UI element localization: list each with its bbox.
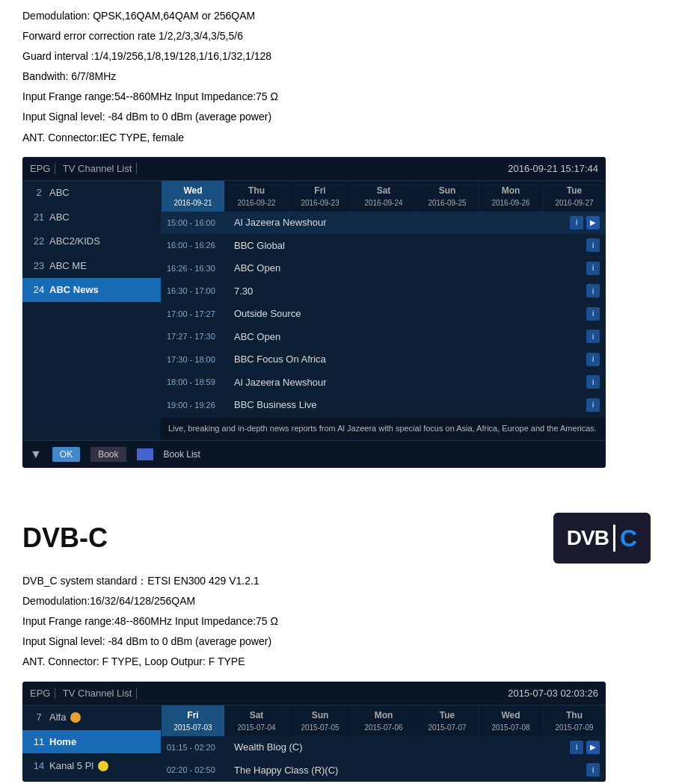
dvbc-spec-line1: DVB_C system standard：ETSI EN300 429 V1.… (22, 572, 651, 590)
spec-line7: ANT. Connector:IEC TYPE, female (22, 129, 651, 146)
channel-num: 22 (28, 234, 49, 249)
channel-item[interactable]: 22 ABC2/KIDS (22, 229, 161, 254)
program-name: BBC Business Live (234, 398, 582, 413)
schedule-row[interactable]: 02:20 - 02:50 The Happy Class (R)(C) i (161, 759, 606, 783)
day-name: Tue (417, 709, 477, 722)
day-cell[interactable]: Sun 2016-09-25 (415, 181, 479, 212)
day-cell[interactable]: Sat 2016-09-24 (351, 181, 415, 212)
dvbc-header: DVB-C DVB C (22, 513, 651, 564)
channel-num: 11 (28, 735, 49, 750)
day-date: 2015-07-09 (544, 722, 604, 733)
dvbc-logo-c-text: C (620, 520, 637, 556)
dvbc-logo-dvb-text: DVB (567, 522, 609, 554)
day-headers: Wed 2016-09-21Thu 2016-09-22Fri 2016-09-… (161, 181, 606, 212)
dvbc-spec-line4: Input Signal level: -84 dBm to 0 dBm (av… (22, 633, 651, 650)
channel-list: 2 ABC21 ABC22 ABC2/KIDS23 ABC ME24 ABC N… (22, 181, 161, 440)
info-icon: i (586, 330, 600, 343)
day-name: Sat (227, 709, 286, 722)
day-cell[interactable]: Sun 2015-07-05 (288, 706, 351, 736)
day-name: Sat (354, 184, 414, 197)
program-name: Al Jazeera Newshour (234, 215, 565, 230)
day-name: Mon (354, 709, 414, 722)
channel-item[interactable]: 21 ABC (22, 206, 161, 230)
epg-body: 2 ABC21 ABC22 ABC2/KIDS23 ABC ME24 ABC N… (22, 181, 606, 440)
day-name: Wed (163, 184, 223, 197)
description-bar: Live, breaking and in-depth news reports… (161, 417, 606, 440)
time-slot: 16:30 - 17:00 (167, 285, 234, 297)
program-name: ABC Open (234, 330, 582, 345)
schedule-row[interactable]: 15:00 - 16:00 Al Jazeera Newshour i▶ (161, 212, 606, 235)
day-date: 2016-09-26 (481, 197, 541, 209)
program-name: BBC Global (234, 238, 582, 253)
channel-num: 2 (28, 185, 49, 200)
day-cell[interactable]: Fri 2015-07-03 (161, 706, 224, 736)
day-cell[interactable]: Mon 2016-09-26 (479, 181, 542, 212)
schedule-row[interactable]: 16:30 - 17:00 7.30 i (161, 280, 606, 303)
channel-num: 21 (28, 210, 49, 225)
schedule-row[interactable]: 17:00 - 17:27 Outside Source i (161, 303, 606, 326)
schedule-row[interactable]: 16:26 - 16:30 ABC Open i (161, 257, 606, 280)
schedule-row[interactable]: 18:00 - 18:59 Al Jazeera Newshour i (161, 371, 606, 395)
schedule-rows-2: 01:15 - 02:20 Wealth Blog (C) i▶02:20 - … (161, 736, 606, 782)
day-cell[interactable]: Thu 2015-07-09 (542, 706, 606, 736)
schedule-row[interactable]: 01:15 - 02:20 Wealth Blog (C) i▶ (161, 736, 606, 759)
dvbc-logo: DVB C (553, 513, 651, 564)
day-name: Fri (290, 184, 350, 197)
day-cell[interactable]: Wed 2016-09-21 (161, 181, 224, 212)
day-cell[interactable]: Sat 2015-07-04 (224, 706, 288, 736)
channel-item[interactable]: 2 ABC (22, 181, 161, 206)
day-cell[interactable]: Thu 2016-09-22 (224, 181, 288, 212)
epg-datetime: 2016-09-21 15:17:44 (508, 161, 598, 176)
day-cell[interactable]: Tue 2016-09-27 (542, 181, 606, 212)
epg-screen-2: EPG TV Channel List 2015-07-03 02:03:26 … (22, 682, 606, 783)
info-icon: i (586, 763, 600, 777)
program-name: Outside Source (234, 306, 582, 321)
day-date: 2016-09-25 (417, 197, 477, 209)
schedule-row[interactable]: 17:30 - 18:00 BBC Focus On Africa i (161, 348, 606, 371)
day-cell[interactable]: Fri 2016-09-23 (288, 181, 351, 212)
channel-name: ABC2/KIDS (49, 234, 100, 249)
schedule-row[interactable]: 19:00 - 19:26 BBC Business Live i (161, 394, 606, 417)
day-cell[interactable]: Tue 2015-07-07 (415, 706, 479, 736)
channel-num: 23 (28, 259, 49, 274)
info-icon: i (586, 262, 600, 275)
day-date: 2016-09-22 (227, 197, 286, 209)
info-icon: i (570, 216, 583, 229)
channel-name: Kanal 5 Pl (49, 759, 93, 774)
dvbc-specs: DVB_C system standard：ETSI EN300 429 V1.… (22, 572, 651, 670)
channel-num: 24 (28, 283, 49, 297)
channel-item[interactable]: 11 Home (22, 730, 161, 755)
day-date: 2016-09-23 (290, 197, 350, 209)
info-icon: i (586, 238, 600, 252)
day-name: Sun (417, 184, 477, 197)
day-name: Thu (227, 184, 286, 197)
time-slot: 19:00 - 19:26 (167, 399, 234, 412)
schedule-row[interactable]: 17:27 - 17:30 ABC Open i (161, 326, 606, 349)
time-slot: 17:27 - 17:30 (167, 330, 234, 343)
day-date: 2015-07-04 (227, 722, 286, 733)
channel-item[interactable]: 7 Alfa (22, 706, 161, 730)
channel-item[interactable]: 14 Kanal 5 Pl (22, 754, 161, 779)
book-button[interactable]: Book (90, 447, 126, 462)
epg-title: EPG TV Channel List (30, 161, 141, 176)
epg2-body: 7 Alfa11 Home14 Kanal 5 Pl Fri 2015-07-0… (22, 706, 606, 782)
dvbc-spec-line2: Demodulation:16/32/64/128/256QAM (22, 593, 651, 610)
day-cell[interactable]: Mon 2015-07-06 (351, 706, 415, 736)
info-icon: i (586, 284, 600, 297)
dvbc-spec-line5: ANT. Connector: F TYPE, Loop Outpur: F T… (22, 653, 651, 670)
schedule-row[interactable]: 16:00 - 16:26 BBC Global i (161, 235, 606, 258)
day-name: Sun (290, 709, 350, 722)
channel-item[interactable]: 24 ABC News (22, 278, 161, 303)
epg-header: EPG TV Channel List 2016-09-21 15:17:44 (22, 157, 606, 182)
day-date: 2015-07-03 (163, 722, 223, 733)
program-name: ABC Open (234, 261, 582, 276)
time-slot: 16:26 - 16:30 (167, 262, 234, 275)
day-date: 2015-07-06 (354, 722, 414, 733)
channel-item[interactable]: 23 ABC ME (22, 254, 161, 279)
epg-screen-1: EPG TV Channel List 2016-09-21 15:17:44 … (22, 157, 606, 468)
spec-line2: Forward error correction rate 1/2,2/3,3/… (22, 28, 651, 45)
day-cell[interactable]: Wed 2015-07-08 (479, 706, 542, 736)
time-slot: 17:30 - 18:00 (167, 354, 234, 366)
ok-button[interactable]: OK (52, 447, 80, 462)
channel-list-2: 7 Alfa11 Home14 Kanal 5 Pl (22, 706, 161, 782)
